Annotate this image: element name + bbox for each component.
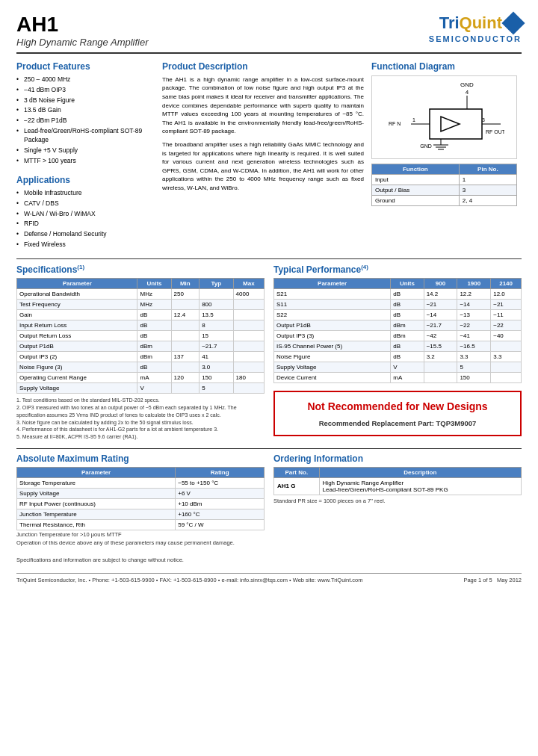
footer-website: Web site: www.TriQuint.com (293, 577, 363, 583)
table-row: Output IP3 (2)dBm13741 (17, 352, 265, 362)
table-cell: −21.7 (200, 341, 233, 352)
table-cell (491, 362, 522, 373)
table-cell: Operating Current Range (17, 373, 137, 383)
table-cell (171, 320, 200, 331)
page-header: AH1 High Dynamic Range Amplifier Tri Qui… (16, 13, 522, 54)
footer-page: Page 1 of 5 (463, 577, 492, 583)
table-cell (233, 320, 264, 331)
table-cell: Output P1dB (274, 320, 391, 331)
table-row: Input Return LossdB8 (17, 320, 265, 331)
list-item: RFID (16, 220, 155, 229)
table-cell: −11 (491, 310, 522, 320)
table-cell: dBm (391, 331, 424, 341)
table-cell: 12.4 (171, 310, 200, 320)
table-cell: 180 (233, 373, 264, 383)
table-cell: 3.0 (200, 362, 233, 373)
description-para-2: The broadband amplifier uses a high reli… (162, 140, 364, 193)
table-cell (424, 373, 457, 383)
table-row: IS-95 Channel Power (5)dB−15.5−16.5 (274, 341, 522, 352)
list-item: CATV / DBS (16, 199, 155, 208)
abs-col-param: Parameter (17, 467, 176, 477)
footer-email: e-mail: info.sinrx@tqs.com (221, 577, 287, 583)
table-cell: Junction Temperature (17, 509, 176, 519)
circuit-diagram: GND 4 RF N RF OUT GND (385, 79, 504, 154)
svg-text:GND: GND (460, 81, 474, 88)
table-cell: Thermal Resistance, Rth (17, 519, 176, 530)
table-cell: Operational Bandwidth (17, 289, 137, 300)
list-item: −41 dBm OIP3 (16, 86, 155, 95)
list-item: W-LAN / Wi-Bro / WiMAX (16, 210, 155, 219)
table-cell (200, 289, 233, 300)
func-pin-1: 1 (459, 174, 516, 185)
table-row: S11dB−21−14−21 (274, 300, 522, 310)
table-cell: −13 (457, 310, 491, 320)
product-name: High Dynamic Range Amplifier (16, 37, 149, 48)
table-cell: dBm (391, 320, 424, 331)
footnote: 4. Performance of this datasheet is for … (16, 426, 265, 433)
table-row: Storage Temperature−55 to +150 °C (17, 477, 265, 488)
table-cell: 8 (200, 320, 233, 331)
recommended-replacement: Recommended Replacement Part: TQP3M9007 (285, 419, 510, 427)
table-cell: −15.5 (424, 341, 457, 352)
col-min: Min (171, 279, 200, 289)
table-cell: dB (137, 362, 171, 373)
table-cell: −21 (424, 300, 457, 310)
table-cell: dB (137, 331, 171, 341)
list-item: Lead-free/Green/RoHS-compliant SOT-89 Pa… (16, 127, 155, 145)
table-cell: S21 (274, 289, 391, 300)
table-cell: Supply Voltage (17, 383, 137, 394)
table-cell: dBm (137, 341, 171, 352)
abs-col-rating: Rating (176, 467, 265, 477)
ordering-note: Standard PR size = 1000 pieces on a 7" r… (273, 498, 522, 504)
table-cell (171, 300, 200, 310)
table-row: Supply VoltageV5 (17, 383, 265, 394)
list-item: Mobile Infrastructure (16, 189, 155, 198)
table-cell: MHz (137, 300, 171, 310)
table-cell: S11 (274, 300, 391, 310)
table-cell: 59 °C / W (176, 519, 265, 530)
ordering-table: Part No. Description AH1 GHigh Dynamic R… (273, 467, 522, 495)
table-cell: −40 (491, 331, 522, 341)
list-item: Single +5 V Supply (16, 146, 155, 155)
table-row: Noise FiguredB3.23.33.3 (274, 352, 522, 362)
table-row: Output Return LossdB15 (17, 331, 265, 341)
list-item: MTTF > 100 years (16, 157, 155, 166)
abs-note-1: Junction Temperature for >10 μours MTTF (16, 530, 265, 539)
svg-marker-4 (441, 117, 460, 131)
table-cell (233, 383, 264, 394)
functional-diagram-column: Functional Diagram GND 4 RF N RF OUT GND (371, 61, 517, 251)
specs-title: Specifications(1) (16, 264, 265, 275)
svg-text:GND: GND (420, 143, 432, 149)
footer-date: May 2012 (497, 577, 522, 583)
table-cell: −21 (491, 300, 522, 310)
table-cell: −16.5 (457, 341, 491, 352)
table-row: Thermal Resistance, Rth59 °C / W (17, 519, 265, 530)
table-cell: Noise Figure (274, 352, 391, 362)
table-row: RF Input Power (continuous)+10 dBm (17, 498, 265, 509)
table-cell: −55 to +150 °C (176, 477, 265, 488)
table-row: Device CurrentmA150 (274, 373, 522, 383)
func-ground: Ground (372, 195, 460, 205)
triquint-logo: Tri Quint (439, 13, 522, 33)
footer-phone: Phone: +1-503-615-9900 (92, 577, 155, 583)
product-features-title: Product Features (16, 61, 155, 72)
func-table-header-function: Function (372, 164, 460, 174)
order-col-desc: Description (319, 467, 521, 477)
table-cell: Device Current (274, 373, 391, 383)
table-cell: dB (391, 352, 424, 362)
abs-max-notes: Junction Temperature for >10 μours MTTF … (16, 530, 265, 564)
product-code: AH1 (16, 13, 149, 37)
function-pin-table: Function Pin No. Input 1 Output / Bias 3… (371, 164, 517, 206)
func-input: Input (372, 174, 460, 185)
table-cell (233, 341, 264, 352)
col-parameter: Parameter (17, 279, 137, 289)
table-cell: −41 (457, 331, 491, 341)
table-cell: Output P1dB (17, 341, 137, 352)
table-cell: 250 (171, 289, 200, 300)
svg-text:1: 1 (412, 117, 415, 123)
svg-rect-3 (430, 109, 482, 139)
table-cell: 5 (200, 383, 233, 394)
table-cell: Output Return Loss (17, 331, 137, 341)
footnote: 1. Test conditions based on the standard… (16, 397, 265, 404)
abs-note-3: Specifications and information are subje… (16, 556, 265, 564)
